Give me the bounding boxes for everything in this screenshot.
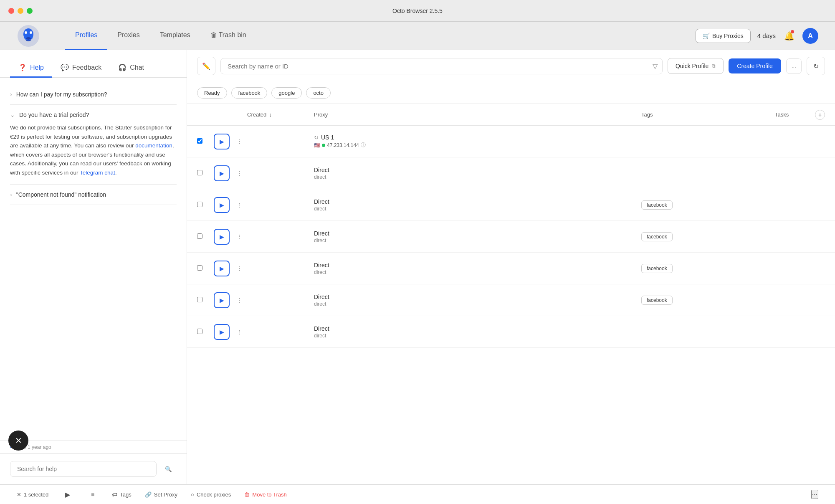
more-actions-button[interactable]: ··· (811, 490, 818, 499)
play-button-6[interactable]: ▶ (214, 292, 230, 308)
avatar[interactable]: A (802, 28, 818, 44)
refresh-button[interactable]: ↻ (807, 57, 825, 75)
pencil-icon: ✏️ (202, 62, 210, 70)
check-proxies-button[interactable]: ○ Check proxies (191, 491, 231, 498)
row-checkbox-7[interactable] (197, 328, 214, 336)
faq-question-3[interactable]: › "Component not found" notification (10, 191, 177, 198)
row-proxy-2: Direct direct (314, 167, 641, 180)
faq-answer-2: We do not provide trial subscriptions. T… (10, 123, 177, 177)
stop-selected-button[interactable]: ■ (87, 489, 99, 500)
close-panel-button[interactable]: ✕ (8, 431, 28, 451)
faq-question-2[interactable]: ⌄ Do you have a trial period? (10, 111, 177, 118)
help-search-bar: 🔍 (0, 453, 187, 484)
filter-tag-facebook[interactable]: facebook (231, 87, 268, 99)
row-actions-5: ▶ ⋮ (214, 261, 247, 276)
notification-dot (791, 30, 794, 33)
row-checkbox-5[interactable] (197, 265, 214, 272)
filter-icon[interactable]: ▽ (653, 62, 658, 70)
more-icon: ··· (812, 491, 817, 498)
nav-tab-profiles[interactable]: Profiles (65, 22, 107, 50)
filter-tag-google[interactable]: google (271, 87, 302, 99)
info-icon[interactable]: ⓘ (361, 142, 366, 149)
play-button-3[interactable]: ▶ (214, 197, 230, 213)
buy-proxies-button[interactable]: 🛒 Buy Proxies (696, 29, 751, 43)
close-window-button[interactable] (8, 8, 14, 14)
more-options-button[interactable]: ... (786, 58, 802, 74)
faq-question-1[interactable]: › How can I pay for my subscription? (10, 91, 177, 98)
menu-button-1[interactable]: ⋮ (233, 135, 246, 148)
row-checkbox-1[interactable] (197, 138, 214, 145)
nav-tab-proxies[interactable]: Proxies (107, 22, 149, 50)
profile-search-input[interactable] (220, 58, 663, 74)
create-profile-button[interactable]: Create Profile (729, 58, 781, 73)
row-proxy-7: Direct direct (314, 325, 641, 339)
telegram-link[interactable]: Telegram chat (80, 170, 115, 176)
play-button-5[interactable]: ▶ (214, 261, 230, 276)
tab-help[interactable]: ❓ Help (10, 58, 52, 78)
tab-chat[interactable]: 🎧 Chat (110, 58, 152, 78)
table-row[interactable]: ▶ ⋮ Direct direct (187, 316, 835, 348)
th-tasks: Tasks + (775, 110, 825, 120)
filter-tag-ready[interactable]: Ready (197, 87, 227, 99)
play-button-1[interactable]: ▶ (214, 134, 230, 149)
move-to-trash-button[interactable]: 🗑 Move to Trash (244, 491, 286, 498)
clear-selection-button[interactable]: ✕ 1 selected (17, 491, 48, 498)
nav-tab-trash[interactable]: 🗑 Trash bin (200, 22, 256, 50)
notifications-button[interactable]: 🔔 (782, 29, 796, 43)
play-button-7[interactable]: ▶ (214, 324, 230, 340)
help-icon: ❓ (18, 63, 27, 71)
maximize-window-button[interactable] (27, 8, 33, 14)
row-checkbox-4[interactable] (197, 233, 214, 241)
play-button-2[interactable]: ▶ (214, 165, 230, 181)
set-proxy-button[interactable]: 🔗 Set Proxy (145, 491, 177, 498)
row-checkbox-3[interactable] (197, 201, 214, 209)
pencil-icon-button[interactable]: ✏️ (197, 57, 215, 75)
row-actions-1: ▶ ⋮ (214, 134, 247, 149)
table-row[interactable]: ▶ ⋮ ↻ US 1 🇺🇸 47.233.14.144 ⓘ (187, 126, 835, 157)
run-selected-button[interactable]: ▶ (62, 489, 73, 500)
documentation-link[interactable]: documentation (135, 142, 172, 149)
close-icon: ✕ (15, 436, 22, 446)
help-search-button[interactable]: 🔍 (160, 461, 177, 477)
quick-profile-button[interactable]: Quick Profile ⧉ (668, 58, 724, 74)
add-task-icon[interactable]: + (815, 110, 825, 120)
nav-tab-templates[interactable]: Templates (150, 22, 200, 50)
menu-button-6[interactable]: ⋮ (233, 294, 246, 307)
filter-tag-octo[interactable]: octo (306, 87, 331, 99)
help-search-input[interactable] (10, 461, 157, 477)
table-row[interactable]: ▶ ⋮ Direct direct facebook (187, 284, 835, 316)
menu-button-5[interactable]: ⋮ (233, 262, 246, 275)
nav-tabs: Profiles Proxies Templates 🗑 Trash bin (65, 22, 696, 50)
table-row[interactable]: ▶ ⋮ Direct direct facebook (187, 189, 835, 221)
menu-button-4[interactable]: ⋮ (233, 230, 246, 243)
tag-icon: 🏷 (112, 491, 117, 498)
sort-icon: ↓ (269, 111, 272, 118)
clear-icon: ✕ (17, 491, 21, 498)
table-row[interactable]: ▶ ⋮ Direct direct (187, 157, 835, 189)
menu-button-7[interactable]: ⋮ (233, 325, 246, 339)
trash-icon: 🗑 (244, 491, 250, 498)
tags-button[interactable]: 🏷 Tags (112, 491, 131, 498)
th-created[interactable]: Created ↓ (247, 111, 314, 118)
check-icon: ○ (191, 491, 194, 498)
profiles-table: Created ↓ Proxy Tags Tasks + (187, 104, 835, 484)
minimize-window-button[interactable] (18, 8, 23, 14)
row-actions-3: ▶ ⋮ (214, 197, 247, 213)
menu-button-2[interactable]: ⋮ (233, 167, 246, 180)
menu-button-3[interactable]: ⋮ (233, 198, 246, 212)
play-icon: ▶ (65, 491, 70, 499)
refresh-icon: ↻ (813, 62, 819, 70)
search-container: ▽ (220, 58, 663, 74)
left-panel: ❓ Help 💬 Feedback 🎧 Chat › How can I pay… (0, 50, 187, 484)
row-checkbox-6[interactable] (197, 296, 214, 304)
table-row[interactable]: ▶ ⋮ Direct direct facebook (187, 253, 835, 284)
row-checkbox-2[interactable] (197, 170, 214, 177)
tab-feedback[interactable]: 💬 Feedback (52, 58, 110, 78)
tag-badge-facebook: facebook (641, 296, 673, 305)
help-content: › How can I pay for my subscription? ⌄ D… (0, 78, 187, 441)
app-title: Octo Browser 2.5.5 (392, 8, 443, 14)
play-button-4[interactable]: ▶ (214, 229, 230, 245)
th-tags: Tags (641, 111, 775, 118)
table-row[interactable]: ▶ ⋮ Direct direct facebook (187, 221, 835, 253)
titlebar: Octo Browser 2.5.5 (0, 0, 835, 22)
